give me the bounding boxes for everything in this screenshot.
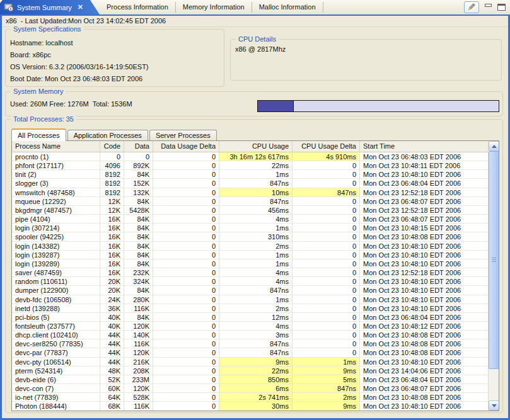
tab-application-processes[interactable]: Application Processes: [67, 130, 148, 141]
data-usage-delta: 0: [153, 152, 219, 161]
start-time: Mon Oct 23 10:48:08 EDT 2006: [360, 331, 488, 339]
process-row[interactable]: devc-pty (106514)44K216K09ms1msMon Oct 2…: [12, 358, 488, 366]
close-icon[interactable]: ✕: [78, 3, 83, 11]
cpu-usage-delta: 0: [293, 295, 360, 304]
start-time: Mon Oct 23 10:48:10 EDT 2006: [360, 304, 488, 313]
data-size: 116K: [124, 304, 153, 313]
process-name: devc-par (77837): [12, 348, 100, 357]
tab-all-processes[interactable]: All Processes: [11, 128, 66, 141]
vertical-scrollbar[interactable]: [488, 141, 499, 411]
process-name: dumper (122900): [12, 286, 100, 295]
cpu-usage-delta: 9ms: [293, 366, 360, 375]
code-size: 0: [100, 152, 124, 161]
column-header-data-usage-delta[interactable]: Data Usage Delta: [153, 141, 219, 152]
view-tabbar: iSystem Summary✕Process InformationMemor…: [0, 0, 510, 14]
cpu-usage-delta: 0: [293, 215, 360, 224]
column-header-code[interactable]: Code: [100, 141, 124, 152]
column-header-data[interactable]: Data: [124, 141, 153, 152]
minimize-icon[interactable]: [485, 4, 492, 7]
cpu-usage: 4ms: [219, 268, 293, 277]
process-row[interactable]: saver (487459)16K232K04ms0Mon Oct 23 12:…: [12, 268, 488, 277]
code-size: 36K: [100, 304, 124, 313]
log-view-button[interactable]: [464, 1, 479, 13]
os-version-value: OS Version: 6.3.2 (2006/03/16-14:19:50ES…: [10, 61, 224, 73]
process-row[interactable]: slogger (3)8192152K0847ns0Mon Oct 23 06:…: [12, 179, 488, 188]
process-row[interactable]: pterm (524314)48K208K022ms9msMon Oct 23 …: [12, 366, 488, 375]
data-usage-delta: 0: [153, 286, 219, 295]
process-row[interactable]: login (139287)16K84K01ms0Mon Oct 23 10:4…: [12, 251, 488, 259]
process-row[interactable]: bkgdmgr (487457)12K5428K0456ms0Mon Oct 2…: [12, 206, 488, 215]
code-size: 60K: [100, 384, 124, 393]
cpu-usage: 310ms: [219, 232, 293, 241]
process-row[interactable]: random (110611)20K324K04ms0Mon Oct 23 10…: [12, 277, 488, 286]
process-row[interactable]: spooler (94225)16K84K0310ms0Mon Oct 23 1…: [12, 232, 488, 241]
process-row[interactable]: io-net (77839)64K528K02s 741ms2msMon Oct…: [12, 393, 488, 402]
process-row[interactable]: devc-ser8250 (77835)44K116K0847ns0Mon Oc…: [12, 339, 488, 348]
process-row[interactable]: login (307214)16K84K01ms0Mon Oct 23 10:4…: [12, 224, 488, 232]
system-memory-group: System Memory Used: 260M Free: 1276M Tot…: [5, 91, 503, 116]
data-usage-delta: 0: [153, 268, 219, 277]
code-size: 44K: [100, 339, 124, 348]
code-size: 64K: [100, 393, 124, 402]
view-tab-label: Process Information: [107, 3, 168, 11]
cpu-usage: 2s 741ms: [219, 393, 293, 402]
process-row[interactable]: Photon (188444)68K116K030ms9msMon Oct 23…: [12, 402, 488, 411]
column-header-cpu-usage-delta[interactable]: CPU Usage Delta: [293, 141, 360, 152]
data-usage-delta: 0: [153, 322, 219, 331]
process-name: saver (487459): [12, 268, 100, 277]
process-row[interactable]: login (139289)16K84K01ms0Mon Oct 23 10:4…: [12, 259, 488, 268]
data-size: 116K: [124, 402, 153, 411]
process-row[interactable]: devc-con (7)60K120K06ms847nsMon Oct 23 0…: [12, 384, 488, 393]
data-usage-delta: 0: [153, 251, 219, 259]
scroll-up-icon[interactable]: [489, 141, 499, 151]
process-row[interactable]: devb-eide (6)52K233M0850ms5msMon Oct 23 …: [12, 375, 488, 384]
view-tab-process-information[interactable]: Process Information: [100, 2, 176, 13]
cpu-usage-delta: 0: [293, 170, 360, 179]
cpu-usage-delta: 0: [293, 242, 360, 251]
process-row[interactable]: mqueue (12292)12K84K0847ns0Mon Oct 23 06…: [12, 197, 488, 206]
memory-summary: Used: 260M Free: 1276M Total: 1536M: [10, 100, 132, 108]
cpu-usage-delta: 0: [293, 286, 360, 295]
process-row[interactable]: pipe (4104)16K84K04ms0Mon Oct 23 06:48:0…: [12, 215, 488, 224]
cpu-usage-delta: 5ms: [293, 375, 360, 384]
process-row[interactable]: login (143382)16K84K02ms0Mon Oct 23 10:4…: [12, 242, 488, 251]
process-row[interactable]: procnto (1)0003h 16m 12s 617ms4s 910msMo…: [12, 152, 488, 161]
process-row[interactable]: phfont (217117)4096892K022ms0Mon Oct 23 …: [12, 161, 488, 170]
process-row[interactable]: devc-par (77837)44K120K0847ns0Mon Oct 23…: [12, 348, 488, 357]
scroll-down-icon[interactable]: [489, 400, 499, 411]
cpu-usage: 2ms: [219, 304, 293, 313]
process-name: devc-pty (106514): [12, 358, 100, 366]
process-row[interactable]: pci-bios (5)40K84K012ms0Mon Oct 23 06:48…: [12, 313, 488, 322]
data-usage-delta: 0: [153, 402, 219, 411]
view-tab-memory-information[interactable]: Memory Information: [176, 2, 252, 13]
process-name: procnto (1): [12, 152, 100, 161]
process-row[interactable]: devb-fdc (106508)24K280K01ms0Mon Oct 23 …: [12, 295, 488, 304]
process-name: login (143382): [12, 242, 100, 251]
cpu-usage: 4ms: [219, 215, 293, 224]
process-row[interactable]: inetd (139288)36K116K02ms0Mon Oct 23 10:…: [12, 304, 488, 313]
cpu-usage: 12ms: [219, 313, 293, 322]
process-row[interactable]: fontsleuth (237577)40K120K04ms0Mon Oct 2…: [12, 322, 488, 331]
process-row[interactable]: wmswitch (487458)8192132K010ms847nsMon O…: [12, 188, 488, 197]
column-header-start-time[interactable]: Start Time: [360, 141, 499, 152]
process-name: wmswitch (487458): [12, 188, 100, 197]
start-time: Mon Oct 23 06:48:04 EDT 2006: [360, 375, 488, 384]
view-tab-malloc-information[interactable]: Malloc Information: [252, 2, 323, 13]
maximize-icon[interactable]: [497, 4, 506, 11]
start-time: Mon Oct 23 10:48:10 EDT 2006: [360, 277, 488, 286]
scrollbar-thumb[interactable]: [489, 151, 499, 369]
data-usage-delta: 0: [153, 358, 219, 366]
process-row[interactable]: dhcp.client (102410)44K140K03ms0Mon Oct …: [12, 331, 488, 339]
data-usage-delta: 0: [153, 348, 219, 357]
cpu-usage-delta: 0: [293, 251, 360, 259]
process-row[interactable]: tinit (2)819284K01ms0Mon Oct 23 10:48:10…: [12, 170, 488, 179]
column-header-cpu-usage[interactable]: CPU Usage: [219, 141, 293, 152]
process-row[interactable]: dumper (122900)20K84K0847ns0Mon Oct 23 1…: [12, 286, 488, 295]
tab-server-processes[interactable]: Server Processes: [149, 130, 217, 141]
data-usage-delta: 0: [153, 277, 219, 286]
system-specifications-group: System Specifications Hostname: localhos…: [5, 29, 224, 87]
cpu-usage: 456ms: [219, 206, 293, 215]
column-header-process-name[interactable]: Process Name: [12, 141, 100, 152]
view-tab-system-summary[interactable]: iSystem Summary✕: [0, 0, 100, 14]
data-size: 152K: [124, 179, 153, 188]
